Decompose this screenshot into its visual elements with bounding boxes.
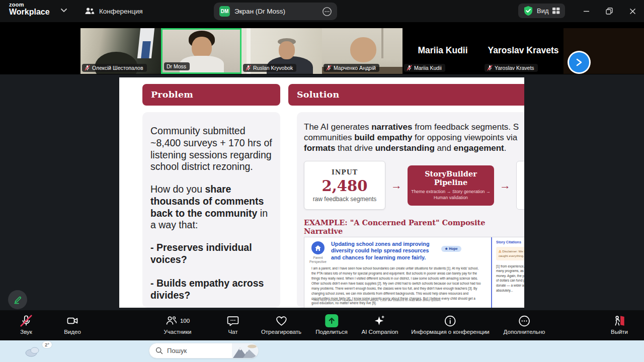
flow-arrow-icon: →	[500, 179, 511, 192]
problem-card: Community submitted ~8,400 surveys + 170…	[142, 112, 280, 308]
minimize-button[interactable]	[580, 5, 593, 17]
pipeline-card: StoryBuilder Pipeline Theme extraction →…	[408, 165, 494, 206]
input-label: INPUT	[332, 168, 358, 176]
participant-display-name: Mariia Kudii	[403, 45, 483, 56]
participants-button[interactable]: 100 Участники	[164, 314, 192, 335]
video-tile-camera-off[interactable]: Yaroslav Kravets Yaroslav Kravets	[483, 28, 564, 74]
heart-icon	[275, 315, 287, 327]
logo-workplace-text: Workplace	[9, 8, 50, 16]
react-button[interactable]: Отреагировать	[261, 314, 301, 335]
chevron-down-icon[interactable]	[60, 8, 67, 13]
hope-badge: ★ Hope	[441, 246, 461, 252]
mic-muted-icon	[487, 65, 493, 71]
participant-silhouette	[350, 37, 376, 62]
restore-button[interactable]	[603, 5, 616, 17]
chevron-right-icon	[576, 58, 583, 67]
tab-screen-label: Экран (Dr Moss)	[234, 8, 285, 15]
participant-name: Марченко Андрій	[334, 65, 376, 71]
participant-name: Dr Moss	[167, 63, 186, 69]
video-tile[interactable]: Марченко Андрій	[322, 28, 403, 74]
audio-button[interactable]: Звук	[20, 314, 33, 335]
video-tile-camera-off[interactable]: Mariia Kudii Mariia Kudii	[403, 28, 483, 74]
participant-nameplate: Dr Moss	[164, 62, 190, 70]
pipeline-title: StoryBuilder Pipeline	[411, 169, 491, 187]
sparkle-icon	[373, 314, 386, 327]
participants-count: 100	[180, 318, 190, 324]
narrative-footnote: * This story combines multiple community…	[311, 298, 482, 302]
pipeline-subtitle: Theme extraction → Story generation → Hu…	[411, 189, 491, 201]
temperature-label: 2°	[42, 341, 52, 348]
video-button[interactable]: Видео	[64, 314, 81, 335]
ai-companion-button[interactable]: AI Companion	[362, 314, 398, 335]
background-detail	[381, 28, 383, 58]
meeting-toolbar: Звук Видео 100 Участники Чат	[0, 310, 644, 340]
problem-bullet: - Preserves individual voices?	[150, 242, 272, 266]
search-placeholder: Пошук	[167, 347, 232, 354]
title-bar: zoom Workplace Конференция DM Экран (Dr …	[0, 0, 644, 22]
ellipsis-icon	[518, 315, 531, 327]
participant-display-name: Yaroslav Kravets	[483, 45, 564, 56]
view-button[interactable]: Вид	[518, 4, 565, 18]
participant-name: Mariia Kudii	[414, 65, 442, 71]
logo-zoom-text: zoom	[9, 2, 50, 8]
problem-paragraph: Community submitted ~8,400 surveys + 170…	[150, 125, 272, 173]
column-divider	[491, 237, 492, 308]
search-input[interactable]: Пошук	[149, 343, 259, 358]
input-card: INPUT 2,480 raw feedback segments	[304, 161, 385, 210]
weather-widget[interactable]	[24, 344, 42, 359]
camera-icon	[66, 314, 79, 327]
solution-intro: The AI generates narratives from feedbac…	[304, 122, 524, 153]
grid-view-icon	[552, 8, 560, 14]
meeting-info-button[interactable]: Информация о конференции	[411, 314, 490, 335]
tab-options-icon[interactable]	[322, 7, 332, 17]
shared-screen-area: Problem Solution Community submitted ~8,…	[0, 74, 644, 310]
pencil-icon	[13, 295, 23, 305]
citations-header: Story Citations	[496, 240, 524, 244]
annotate-button[interactable]	[8, 290, 27, 309]
windows-taskbar: 2° Пошук 89 zoom	[0, 340, 644, 362]
zoom-workplace-window: zoom Workplace Конференция DM Экран (Dr …	[0, 0, 644, 362]
video-tile[interactable]: Ruslan Kryvobok	[242, 28, 322, 74]
avatar: DM	[219, 6, 230, 17]
next-participants-button[interactable]	[568, 51, 591, 74]
problem-bullet: - Builds empathy across divides?	[150, 278, 272, 302]
participant-nameplate: Mariia Kudii	[404, 64, 445, 72]
tab-meeting-label: Конференция	[99, 8, 143, 15]
problem-header: Problem	[142, 84, 280, 106]
cloud-icon	[24, 344, 42, 357]
zoom-workplace-logo: zoom Workplace	[9, 2, 50, 16]
search-highlight-image[interactable]	[232, 343, 258, 358]
solution-header: Solution	[288, 84, 524, 106]
share-screen-button[interactable]: Поделиться	[315, 314, 348, 335]
participant-nameplate: Олексій Шестопалов	[82, 64, 147, 72]
close-button[interactable]	[626, 5, 639, 17]
problem-question: How do you share thousands of comments b…	[150, 184, 272, 231]
chat-button[interactable]: Чат	[227, 314, 239, 335]
participant-nameplate: Ruslan Kryvobok	[243, 64, 296, 72]
share-screen-icon	[325, 314, 338, 327]
mic-muted-icon	[20, 314, 33, 327]
participant-nameplate: Марченко Андрій	[324, 64, 379, 72]
mic-muted-icon	[407, 65, 412, 71]
search-icon	[155, 347, 163, 354]
tab-meeting[interactable]: Конференция	[85, 4, 143, 18]
solution-card: The AI generates narratives from feedbac…	[297, 112, 524, 308]
info-icon	[444, 315, 456, 327]
participant-name: Олексій Шестопалов	[92, 65, 143, 71]
leave-button[interactable]: Выйти	[611, 314, 628, 335]
example-heading: EXAMPLE: "A Concerned Parent" Composite …	[304, 218, 524, 235]
view-label: Вид	[537, 7, 549, 15]
video-tile[interactable]: Олексій Шестопалов	[80, 28, 161, 74]
disclaimer-box: ⚠ Disclaimer: We have double-checked the…	[496, 247, 524, 260]
video-tile-active-speaker[interactable]: Dr Moss	[161, 28, 242, 74]
chat-icon	[227, 315, 239, 327]
presentation-slide: Problem Solution Community submitted ~8,…	[119, 77, 524, 308]
leave-meeting-icon	[613, 314, 626, 327]
flow-arrow-icon: →	[391, 179, 402, 192]
more-button[interactable]: Дополнительно	[504, 314, 545, 335]
citation-text: [1] from experience, I'm pretty sure—fro…	[496, 264, 524, 293]
narrative-headline: Updating school zones and improving dive…	[331, 241, 430, 261]
output-card-clipped	[516, 161, 524, 210]
mic-muted-icon	[326, 65, 332, 71]
tab-screen-share[interactable]: DM Экран (Dr Moss)	[214, 3, 337, 20]
